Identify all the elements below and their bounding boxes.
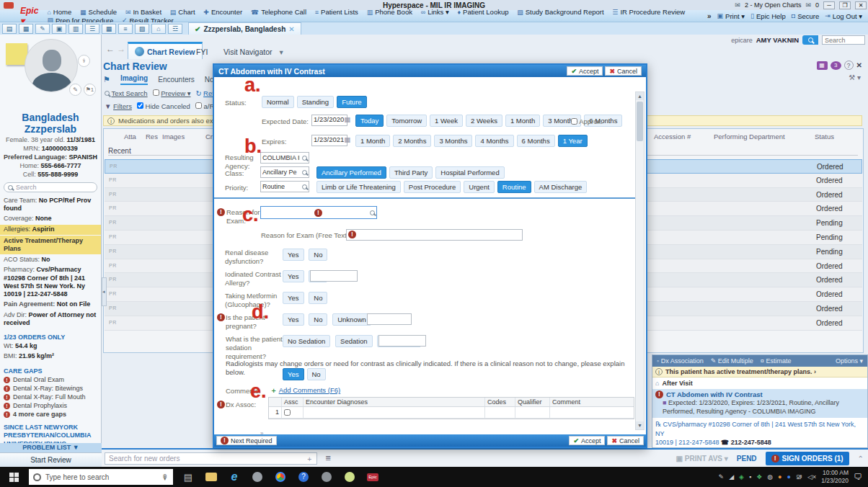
col-status[interactable]: Status — [815, 133, 834, 140]
option-chip[interactable]: Future — [337, 96, 366, 108]
col-results[interactable]: Res — [146, 133, 158, 140]
open-count[interactable]: 0 — [815, 1, 819, 9]
option-chip[interactable]: No — [309, 249, 327, 261]
menu-item[interactable]: ☎Telephone Call — [251, 8, 306, 16]
menu-item[interactable]: ◘Secure — [792, 12, 820, 20]
therapy-plans-row[interactable]: Active Treatment/Therapy Plans — [0, 236, 101, 254]
meds-icon[interactable]: ⚕ — [78, 55, 90, 67]
scroll-up-icon[interactable]: ▲ — [636, 92, 644, 100]
dx-association-button[interactable]: ◦ Dx Association — [657, 357, 704, 365]
menu-item[interactable]: ▥Phone Book — [367, 8, 412, 16]
menu-item[interactable]: ≡Patient Lists — [315, 8, 358, 16]
subtab-encounters[interactable]: Encounters — [158, 76, 195, 84]
option-chip[interactable]: 2 Months — [393, 135, 431, 147]
quick-button[interactable]: ▨ — [135, 24, 149, 34]
menu-item[interactable]: ✉In Basket — [125, 8, 161, 16]
footer-accept-button[interactable]: ✔Accept — [569, 436, 605, 445]
tray-icon-orange[interactable]: ● — [778, 473, 781, 481]
file-explorer-icon[interactable] — [203, 469, 219, 485]
option-chip[interactable]: AM Discharge — [534, 181, 588, 193]
therapy-plans-info[interactable]: i This patient has active treatment/ther… — [652, 367, 867, 377]
menu-item[interactable]: ▯Epic Help — [750, 12, 786, 20]
option-chip[interactable]: Tomorrow — [386, 115, 427, 127]
menu-item[interactable]: ▦Schedule — [80, 8, 117, 16]
epic-app-icon[interactable]: Epic — [365, 469, 381, 485]
preview-checkbox[interactable]: Preview ▾ — [153, 89, 191, 97]
collapse-handle[interactable]: ◂ — [102, 277, 107, 306]
option-chip[interactable]: Standing — [297, 96, 335, 108]
priority-input[interactable]: Routine — [260, 181, 309, 192]
pend-button[interactable]: PEND — [737, 455, 757, 463]
option-chip[interactable]: Yes — [283, 270, 304, 282]
menu-item[interactable]: ▣Print ▾ — [717, 12, 745, 20]
third-filter-checkbox[interactable]: a/R — [195, 102, 214, 110]
more-care-gaps[interactable]: !4 more care gaps — [0, 410, 101, 419]
option-chip[interactable]: No — [309, 292, 327, 304]
care-gap-item[interactable]: !Dental X-Ray: Full Mouth — [0, 393, 101, 401]
back-arrow-icon[interactable]: ← — [106, 44, 115, 54]
scroll-down-icon[interactable]: ▼ — [636, 421, 644, 429]
cancel-button[interactable]: ✖Cancel — [605, 66, 642, 76]
pending-order-row[interactable]: ! CT Abdomen with IV Contrast ■ Expected… — [652, 389, 867, 418]
task-view-icon[interactable]: ▤ — [180, 469, 196, 485]
close-activity-icon[interactable]: ✕ — [856, 61, 862, 69]
tray-bluetooth-icon[interactable]: ● — [787, 473, 791, 481]
option-chip[interactable]: 1 Week — [430, 115, 463, 127]
quick-button[interactable]: ☰ — [85, 24, 99, 34]
tab-visit-navigator[interactable]: Visit Navigator ▾ — [217, 43, 290, 61]
dialog-scrollbar[interactable]: ▲ ▼ — [635, 91, 645, 430]
after-visit-row[interactable]: ⌂After Visit — [652, 377, 867, 389]
sedation-input[interactable] — [378, 335, 426, 347]
option-chip[interactable]: No — [309, 313, 327, 326]
open-charts-label[interactable]: 2 - My Open Charts — [745, 1, 802, 9]
text-search-control[interactable]: Text Search — [105, 89, 148, 97]
footer-cancel-button[interactable]: ✖Cancel — [607, 436, 644, 445]
expected-date-input[interactable]: 1/23/2020▦ — [311, 115, 347, 126]
reason-free-text-input[interactable]: ! — [346, 229, 523, 241]
option-chip[interactable]: Sedation — [335, 335, 373, 347]
mic-icon[interactable]: 🎙 — [161, 473, 169, 481]
quick-button[interactable]: ▣ — [52, 24, 66, 34]
care-gap-item[interactable]: !Dental Prophylaxis — [0, 401, 101, 410]
dx-assc-checkbox[interactable] — [284, 409, 291, 416]
quick-button[interactable]: ≡ — [118, 24, 133, 34]
minimize-button[interactable]: ─ — [823, 1, 835, 9]
tray-display-icon[interactable]: 🖳 — [796, 473, 802, 481]
app-icon-gray2[interactable] — [319, 469, 335, 485]
expires-input[interactable]: 1/23/2021▦ — [311, 135, 347, 146]
tray-icon-green[interactable]: ❖ — [756, 473, 762, 481]
order-list-icon[interactable]: ≣ — [325, 454, 331, 462]
estimate-button[interactable]: ¤ Estimate — [761, 357, 792, 365]
app-icon-gray[interactable] — [249, 469, 265, 485]
col-images[interactable]: Images — [162, 133, 185, 140]
dx-table-row[interactable]: 1 — [269, 407, 634, 419]
option-chip[interactable]: Unknown — [332, 313, 371, 326]
subtab-imaging[interactable]: Imaging — [120, 74, 148, 85]
tray-pen-icon[interactable]: ✎ — [719, 473, 725, 481]
scroll-thumb[interactable] — [637, 102, 643, 141]
option-chip[interactable]: Third Party — [389, 166, 433, 179]
tray-icon2[interactable]: ◍ — [767, 473, 773, 481]
quick-button[interactable]: ▦ — [19, 24, 33, 34]
col-performing-dept[interactable]: Performing Department — [714, 133, 785, 140]
hide-canceled-checkbox[interactable]: Hide Canceled — [137, 102, 190, 110]
close-button[interactable]: ✕ — [855, 1, 867, 9]
resulting-agency-input[interactable]: COLUMBIA IMAGI — [260, 152, 309, 164]
sidebar-search-input[interactable]: Search — [4, 182, 97, 192]
tab-fyi[interactable]: FYI — [190, 43, 214, 61]
app-icon-green[interactable] — [342, 469, 358, 485]
option-chip[interactable]: Routine — [497, 181, 531, 193]
option-chip[interactable]: Limb or Life Threatening — [316, 181, 401, 193]
add-comments-link[interactable]: ＋ Add Comments (F6) — [270, 386, 340, 396]
option-chip[interactable]: 1 Year — [558, 135, 588, 147]
option-chip[interactable]: Urgent — [464, 181, 495, 193]
pregnant-input[interactable] — [367, 313, 412, 325]
contrast-allergy-input[interactable] — [310, 270, 358, 282]
restore-button[interactable]: ❐ — [839, 1, 851, 9]
option-chip[interactable]: Normal — [262, 96, 294, 108]
flag-icon[interactable]: ⚑1 — [84, 84, 96, 96]
tray-shield-icon[interactable]: ◈ — [739, 473, 744, 481]
taskbar-search[interactable]: Type here to search 🎙 — [29, 469, 173, 485]
reason-for-exam-input[interactable]: ! — [260, 206, 377, 219]
option-chip[interactable]: Yes — [283, 368, 304, 380]
